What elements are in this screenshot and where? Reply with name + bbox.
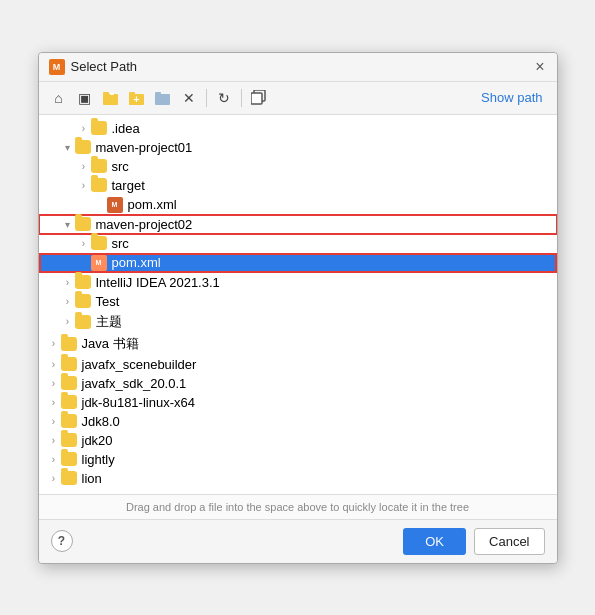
copy-button[interactable] [247,86,271,110]
home-button[interactable]: ⌂ [47,86,71,110]
folder-icon [91,178,107,192]
pom-file-icon: M [107,197,123,213]
tree-item-label: pom.xml [128,197,177,212]
toolbar-separator2 [241,89,242,107]
tree-item-label: javafx_sdk_20.0.1 [82,376,187,391]
dialog-title: Select Path [71,59,138,74]
drag-hint: Drag and drop a file into the space abov… [39,495,557,520]
tree-item-javafx-scenebuilder[interactable]: ›javafx_scenebuilder [39,355,557,374]
tree-toggle-arrow: › [47,338,61,349]
folder-icon [75,140,91,154]
folder-icon [75,294,91,308]
tree-item-target1[interactable]: ›target [39,176,557,195]
tree-item-maven-project02[interactable]: ▾maven-project02 [39,215,557,234]
tree-container[interactable]: ›.idea▾maven-project01›src›targetMpom.xm… [39,115,557,495]
svg-rect-6 [155,94,170,105]
tree-item-label: src [112,236,129,251]
select-path-dialog: M Select Path × ⌂ ▣ + [38,52,558,564]
folder-icon [61,376,77,390]
help-button[interactable]: ? [51,530,73,552]
tree-item-label: .idea [112,121,140,136]
tree-toggle-arrow: › [47,416,61,427]
tree-item-pom2[interactable]: Mpom.xml [39,253,557,273]
folder-icon [91,159,107,173]
tree-item-label: Jdk8.0 [82,414,120,429]
title-bar-left: M Select Path [49,59,138,75]
refresh-button[interactable]: ↻ [212,86,236,110]
folder-icon [61,395,77,409]
tree-item-pom1[interactable]: Mpom.xml [39,195,557,215]
tree-toggle-arrow: › [47,473,61,484]
folder-icon [75,217,91,231]
tree-item-javafx-sdk[interactable]: ›javafx_sdk_20.0.1 [39,374,557,393]
svg-rect-9 [251,93,262,104]
folder-icon [75,315,91,329]
tree-item-label: 主题 [96,313,122,331]
tree-item-src2[interactable]: ›src [39,234,557,253]
tree-item-label: Test [96,294,120,309]
tree-item-label: src [112,159,129,174]
folder-icon [91,236,107,250]
svg-text:+: + [133,94,139,105]
tree-item-label: target [112,178,145,193]
tree-item-java-books[interactable]: ›Java 书籍 [39,333,557,355]
folder-icon [61,471,77,485]
folder-icon [61,357,77,371]
tree-toggle-arrow: ▾ [61,219,75,230]
folder-up-button[interactable] [99,86,123,110]
tree-item-label: lion [82,471,102,486]
folder-icon [61,433,77,447]
footer-buttons: OK Cancel [403,528,544,555]
dialog-icon: M [49,59,65,75]
tree-item-label: Java 书籍 [82,335,139,353]
cancel-button[interactable]: Cancel [474,528,544,555]
new-folder-button[interactable]: + [125,86,149,110]
tree-item-label: javafx_scenebuilder [82,357,197,372]
folder-icon [61,414,77,428]
tree-item-jdk8u181[interactable]: ›jdk-8u181-linux-x64 [39,393,557,412]
tree-toggle-arrow: › [77,161,91,172]
tree-toggle-arrow: › [47,378,61,389]
tree-item-lightly[interactable]: ›lightly [39,450,557,469]
close-button[interactable]: × [533,59,546,75]
new-folder-icon: + [129,91,145,105]
tree-item-jdk80[interactable]: ›Jdk8.0 [39,412,557,431]
delete-button[interactable]: ✕ [177,86,201,110]
tree-item-label: pom.xml [112,255,161,270]
tree-toggle-arrow: › [47,435,61,446]
tree-item-idea[interactable]: ›.idea [39,119,557,138]
folder-link-button[interactable] [151,86,175,110]
desktop-button[interactable]: ▣ [73,86,97,110]
tree-item-label: maven-project01 [96,140,193,155]
tree-toggle-arrow: › [47,359,61,370]
folder-icon [75,275,91,289]
folder-up-icon [103,91,119,105]
folder-icon [61,452,77,466]
tree-toggle-arrow: ▾ [61,142,75,153]
title-bar: M Select Path × [39,53,557,82]
ok-button[interactable]: OK [403,528,466,555]
tree-item-src1[interactable]: ›src [39,157,557,176]
toolbar-separator [206,89,207,107]
tree-item-maven-project01[interactable]: ▾maven-project01 [39,138,557,157]
tree-toggle-arrow: › [77,180,91,191]
svg-rect-7 [155,92,161,95]
tree-item-label: maven-project02 [96,217,193,232]
folder-icon [91,121,107,135]
tree-toggle-arrow: › [47,454,61,465]
tree-item-label: IntelliJ IDEA 2021.3.1 [96,275,220,290]
tree-item-lion[interactable]: ›lion [39,469,557,488]
tree-item-theme[interactable]: ›主题 [39,311,557,333]
tree-item-jdk20[interactable]: ›jdk20 [39,431,557,450]
tree-toggle-arrow: › [77,123,91,134]
tree-toggle-arrow: › [77,238,91,249]
tree-item-test[interactable]: ›Test [39,292,557,311]
footer: ? OK Cancel [39,520,557,563]
folder-icon [61,337,77,351]
folder-link-icon [155,91,171,105]
tree-item-label: lightly [82,452,115,467]
show-path-button[interactable]: Show path [475,88,548,107]
svg-marker-2 [110,92,114,95]
tree-item-intellij[interactable]: ›IntelliJ IDEA 2021.3.1 [39,273,557,292]
svg-rect-0 [103,94,118,105]
